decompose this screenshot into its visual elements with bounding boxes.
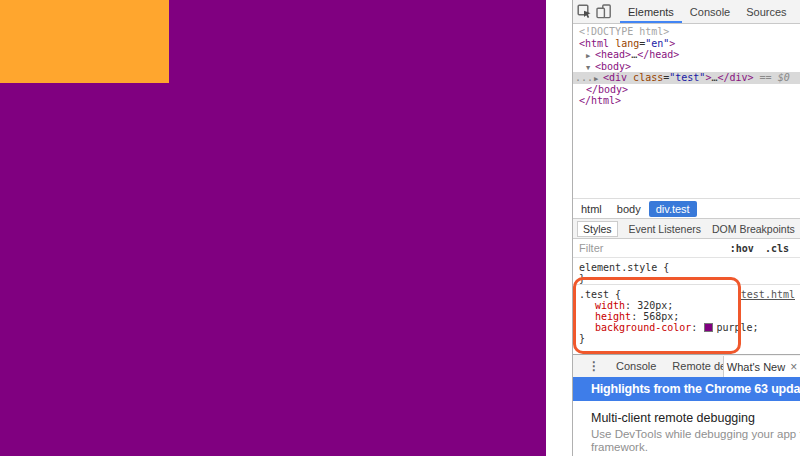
- devtools-main-toolbar: ElementsConsoleSourcesNetwork: [573, 0, 800, 24]
- tree-row[interactable]: </html>: [573, 95, 800, 107]
- crumb-div-test[interactable]: div.test: [649, 201, 697, 217]
- sidebar-tab-event-listeners[interactable]: Event Listeners: [629, 223, 701, 235]
- elements-tree: <!DOCTYPE html><html lang="en">▶<head>…<…: [573, 24, 800, 198]
- code-segment: <div: [603, 72, 633, 83]
- code-segment: "test": [669, 72, 705, 83]
- screenshot-root: ElementsConsoleSourcesNetwork <!DOCTYPE …: [0, 0, 800, 456]
- drawer-tab-label: What's New: [727, 361, 785, 373]
- tab-network[interactable]: Network: [795, 0, 800, 23]
- news-section-heading: Multi-client remote debugging: [591, 411, 800, 425]
- tree-row[interactable]: <!DOCTYPE html>: [573, 26, 800, 38]
- code-segment: </head>: [637, 49, 679, 60]
- filter-input[interactable]: Filter: [579, 242, 730, 254]
- page-orange-box: [0, 0, 169, 83]
- tree-row[interactable]: ▼<body>: [573, 61, 800, 73]
- styles-filter-bar: Filter :hov .cls: [573, 239, 800, 258]
- code-segment: <head>: [595, 49, 631, 60]
- code-segment: <!DOCTYPE html>: [579, 26, 669, 37]
- tree-row[interactable]: ...▶<div class="test">…</div> == $0: [573, 72, 800, 84]
- code-segment: "en": [645, 38, 669, 49]
- close-icon[interactable]: ×: [790, 360, 797, 374]
- styles-sidebar-tab-bar: StylesEvent ListenersDOM BreakpointsProp…: [573, 219, 800, 239]
- tree-row[interactable]: ▶<head>…</head>: [573, 49, 800, 61]
- code-segment: </html>: [579, 95, 621, 106]
- stylesheet-source-link[interactable]: test.html: [741, 289, 795, 300]
- code-segment: </body>: [586, 84, 628, 95]
- tab-sources[interactable]: Sources: [738, 0, 794, 23]
- drawer-toolbar: ⋮ ConsoleRemote devices What's New×: [573, 354, 800, 377]
- drawer-tab-console[interactable]: Console: [616, 360, 656, 372]
- whats-new-content: Multi-client remote debugging Use DevToo…: [573, 401, 800, 456]
- overflow-indicator: ...: [575, 72, 593, 84]
- drawer-menu-icon[interactable]: ⋮: [588, 361, 600, 371]
- crumb-body[interactable]: body: [610, 201, 648, 217]
- hov-toggle-button[interactable]: :hov: [730, 243, 754, 254]
- element-style-selector[interactable]: element.style {: [579, 262, 669, 273]
- devtools-tab-bar: ElementsConsoleSourcesNetwork: [620, 0, 800, 23]
- code-segment: <body>: [595, 61, 631, 72]
- cls-toggle-button[interactable]: .cls: [765, 243, 789, 254]
- device-toolbar-icon[interactable]: [596, 2, 612, 21]
- code-segment: class: [633, 72, 663, 83]
- code-segment: </div>: [717, 72, 753, 83]
- tab-console[interactable]: Console: [682, 0, 738, 23]
- whats-new-banner[interactable]: Highlights from the Chrome 63 update: [573, 377, 800, 401]
- tree-row[interactable]: </body>: [573, 84, 800, 96]
- tab-elements[interactable]: Elements: [620, 0, 682, 23]
- crumb-html[interactable]: html: [574, 201, 609, 217]
- sidebar-tab-dom-breakpoints[interactable]: DOM Breakpoints: [712, 223, 795, 235]
- sidebar-tab-styles[interactable]: Styles: [577, 221, 618, 237]
- code-segment: <html: [579, 38, 615, 49]
- news-body-text: Use DevTools while debugging your app fr…: [591, 428, 800, 453]
- annotation-highlight-rectangle: [573, 277, 741, 354]
- code-segment: lang: [615, 38, 639, 49]
- breadcrumb: htmlbodydiv.test: [573, 198, 800, 219]
- code-segment: == $0: [754, 72, 790, 83]
- drawer-tab-what-s-new[interactable]: What's New×: [723, 356, 800, 377]
- inspect-element-icon[interactable]: [577, 2, 592, 21]
- tree-row[interactable]: <html lang="en">: [573, 38, 800, 50]
- code-segment: >: [669, 38, 675, 49]
- devtools-panel: ElementsConsoleSourcesNetwork <!DOCTYPE …: [572, 0, 800, 456]
